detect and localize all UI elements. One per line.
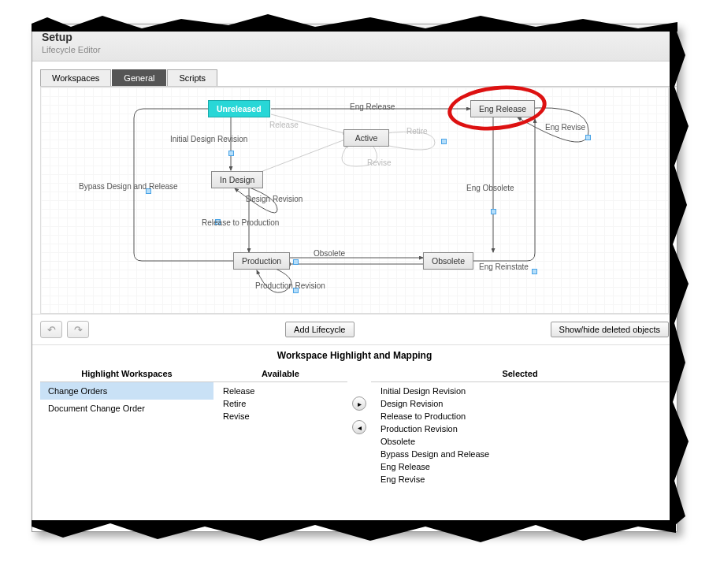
add-lifecycle-button[interactable]: Add Lifecycle xyxy=(285,322,354,337)
edge-label: Eng Revise xyxy=(545,123,585,132)
workspace-item-change-orders[interactable]: Change Orders xyxy=(40,382,213,400)
state-label: Production xyxy=(242,256,281,266)
page-subtitle: Lifecycle Editor xyxy=(42,45,667,54)
edge-label: Production Revision xyxy=(255,281,325,290)
state-label: Eng Release xyxy=(479,104,526,114)
tab-scripts[interactable]: Scripts xyxy=(167,69,217,86)
edge-label: Eng Reinstate xyxy=(479,262,529,271)
available-list: Release Retire Revise xyxy=(213,382,347,489)
list-item[interactable]: Revise xyxy=(223,411,347,423)
undo-icon: ↶ xyxy=(47,324,56,336)
show-hide-deleted-button[interactable]: Show/hide deleted objects xyxy=(551,322,669,337)
state-label: Active xyxy=(355,133,378,143)
list-item[interactable]: Production Revision xyxy=(380,423,669,436)
state-production[interactable]: Production xyxy=(233,252,290,270)
list-item[interactable]: Release to Production xyxy=(380,411,669,423)
app-frame: Setup Lifecycle Editor Workspaces Genera… xyxy=(32,24,677,532)
state-in-design[interactable]: In Design xyxy=(211,171,263,188)
edge-label: Initial Design Revision xyxy=(170,135,247,143)
chevron-right-icon: ▸ xyxy=(358,400,362,408)
lifecycle-canvas[interactable]: Unreleased Active In Design Production O… xyxy=(40,87,669,314)
col-head-selected: Selected xyxy=(371,366,669,382)
state-active[interactable]: Active xyxy=(343,129,389,147)
workspace-item-document-change-order[interactable]: Document Change Order xyxy=(40,400,213,417)
edge-label: Retire xyxy=(406,127,428,136)
edge-label: Release xyxy=(269,121,299,129)
edge-label: Revise xyxy=(367,158,392,167)
tab-workspaces[interactable]: Workspaces xyxy=(40,69,111,86)
list-item[interactable]: Eng Release xyxy=(380,461,669,474)
list-item[interactable]: Eng Revise xyxy=(380,474,669,486)
edge-label: Eng Obsolete xyxy=(466,184,514,192)
move-right-button[interactable]: ▸ xyxy=(352,396,366,411)
page-header: Setup Lifecycle Editor xyxy=(32,24,677,61)
state-unreleased[interactable]: Unreleased xyxy=(208,100,270,117)
canvas-toolbar: ↶ ↷ Add Lifecycle Show/hide deleted obje… xyxy=(32,314,677,344)
mapping-title: Workspace Highlight and Mapping xyxy=(32,345,677,366)
edge-label: Release to Production xyxy=(202,218,279,227)
list-item[interactable]: Bypass Design and Release xyxy=(380,448,669,461)
page-title: Setup xyxy=(42,31,667,43)
edge-label: Bypass Design and Release xyxy=(79,182,178,191)
redo-button[interactable]: ↷ xyxy=(67,321,89,338)
edge-label: Eng Release xyxy=(350,102,395,111)
state-eng-release[interactable]: Eng Release xyxy=(470,100,535,117)
mapping-panel: Workspace Highlight and Mapping Highligh… xyxy=(32,344,677,489)
tab-general[interactable]: General xyxy=(112,69,166,86)
list-item[interactable]: Retire xyxy=(223,398,347,411)
col-head-workspaces: Highlight Workspaces xyxy=(40,366,213,382)
chevron-left-icon: ◂ xyxy=(358,423,362,432)
undo-button[interactable]: ↶ xyxy=(40,321,62,338)
edge-label: Design Revision xyxy=(246,195,303,203)
list-item[interactable]: Obsolete xyxy=(380,436,669,448)
col-head-available: Available xyxy=(213,366,347,382)
state-label: Unreleased xyxy=(217,104,262,114)
state-label: In Design xyxy=(220,175,254,184)
tab-bar: Workspaces General Scripts xyxy=(40,69,677,87)
list-item[interactable]: Design Revision xyxy=(380,398,669,411)
move-left-button[interactable]: ◂ xyxy=(352,420,366,434)
state-obsolete[interactable]: Obsolete xyxy=(423,252,473,270)
workspace-list: Change Orders Document Change Order xyxy=(40,382,213,489)
list-item[interactable]: Initial Design Revision xyxy=(380,385,669,398)
selected-list: Initial Design Revision Design Revision … xyxy=(371,382,669,489)
edge-label: Obsolete xyxy=(314,249,345,258)
redo-icon: ↷ xyxy=(74,324,83,336)
state-label: Obsolete xyxy=(432,256,465,266)
list-item[interactable]: Release xyxy=(223,385,347,398)
